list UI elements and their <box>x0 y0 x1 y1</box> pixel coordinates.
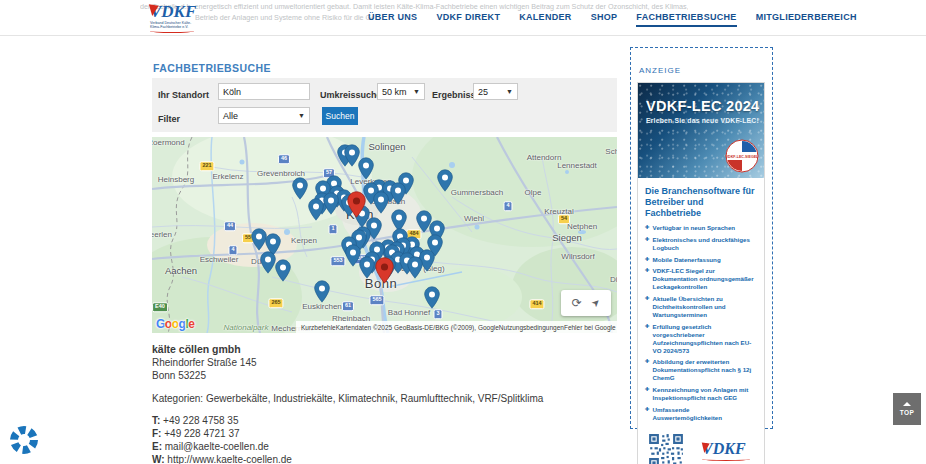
map-label: Eschweiler <box>200 255 239 264</box>
map-controls: ⟳ ➤ <box>561 290 611 316</box>
umkreis-label: Umkreissuche <box>320 90 382 100</box>
nav-kalender[interactable]: KALENDER <box>519 12 571 27</box>
ad-bullet: ✚Umfassende Auswertemöglichkeiten <box>645 406 757 422</box>
ad-vdkf-logo: VDKF <box>702 441 754 461</box>
plus-icon: ✚ <box>645 295 650 319</box>
map-base <box>152 137 617 333</box>
chevron-up-icon <box>903 402 911 406</box>
logo-red-triangle-icon <box>700 443 709 454</box>
search-button[interactable]: Suchen <box>322 107 358 125</box>
plus-icon: ✚ <box>645 323 650 355</box>
nav-mitgliederbereich[interactable]: MITGLIEDERBEREICH <box>756 12 857 27</box>
privacy-widget-icon[interactable] <box>8 424 40 456</box>
scroll-to-top-button[interactable]: TOP <box>893 393 921 425</box>
map-label: Siegen <box>552 232 582 243</box>
contact-row[interactable]: W: http://www.kaelte-coellen.de <box>152 453 622 464</box>
road-badge: 4 <box>503 201 512 211</box>
map-label: Dillenburg <box>610 275 617 284</box>
logo-red-swoosh <box>702 457 750 461</box>
vdkf-logo[interactable]: VDKF Verband Deutscher Kälte-Klima-Fachb… <box>150 3 198 33</box>
ad-box[interactable]: VDKF-LEC 2024 Erleben Sie das neue VDKF-… <box>637 82 765 464</box>
ad-sidebar: ANZEIGE VDKF-LEC 2024 Erleben Sie das ne… <box>630 47 773 429</box>
attribution-item[interactable]: Fehler bei Google Maps melden <box>564 324 617 331</box>
standort-input[interactable] <box>218 83 310 100</box>
map-marker-selected[interactable] <box>347 191 366 218</box>
road-badge: 4 <box>228 245 237 255</box>
ad-banner: VDKF-LEC 2024 Erleben Sie das neue VDKF-… <box>638 83 764 178</box>
map-label: Netphen <box>567 222 597 231</box>
google-logo[interactable]: Google <box>156 317 194 331</box>
nav-vdkf-direkt[interactable]: VDKF DIREKT <box>436 12 500 27</box>
vdkf-lec-seal-icon: VDKF-LEC-SIEGEL <box>725 139 759 173</box>
navigate-icon[interactable]: ➤ <box>590 296 603 309</box>
chevron-down-icon: ▼ <box>413 88 420 95</box>
map-label: Aachen <box>165 265 197 276</box>
site-header: der Technik, d.h. energetisch effizient … <box>0 0 926 36</box>
map-marker-selected[interactable] <box>375 257 394 284</box>
google-map[interactable]: RoermondHeinsbergErkelenzGrevenbroichSol… <box>152 137 617 333</box>
map-label: Heinsberg <box>158 175 194 184</box>
vdkf-logo-text: VDKF <box>150 3 198 20</box>
map-marker[interactable] <box>308 198 324 221</box>
ad-bullet: ✚VDKF-LEC Siegel zur Dokumentation ordnu… <box>645 267 757 291</box>
nav-über-uns[interactable]: ÜBER UNS <box>368 12 417 27</box>
map-marker[interactable] <box>437 169 453 192</box>
map-marker[interactable] <box>314 280 330 303</box>
search-form: Ihr Standort Umkreissuche 50 km▼ Ergebni… <box>152 78 617 132</box>
map-label: Gummersbach <box>451 188 503 197</box>
ad-features: Die Branchensoftware für Betreiber und F… <box>638 178 764 429</box>
map-marker[interactable] <box>407 256 423 279</box>
refresh-icon[interactable]: ⟳ <box>572 297 582 309</box>
company-categories: Kategorien: Gewerbekälte, Industriekälte… <box>152 392 622 405</box>
plus-icon: ✚ <box>645 236 650 252</box>
map-attribution: KurzbefehleKartendaten ©2025 GeoBasis-DE… <box>296 321 617 333</box>
map-marker[interactable] <box>260 251 276 274</box>
map-label: Erkelenz <box>212 172 243 181</box>
nav-fachbetriebsuche[interactable]: FACHBETRIEBSUCHE <box>636 12 736 27</box>
map-label: Attendorn <box>527 153 562 162</box>
plus-icon: ✚ <box>645 267 650 291</box>
map-label: Roermond <box>152 138 185 147</box>
radius-select[interactable]: 50 km▼ <box>377 83 425 100</box>
plus-icon: ✚ <box>645 224 650 232</box>
road-badge: 565 <box>369 295 384 305</box>
map-marker[interactable] <box>323 192 339 215</box>
map-label: Olpe <box>525 188 542 197</box>
map-marker[interactable] <box>359 256 375 279</box>
contact-list: T: +49 228 4758 35F: +49 228 4721 37E: m… <box>152 414 622 464</box>
map-label: Solingen <box>369 141 406 152</box>
map-label: Lennestadt <box>557 161 597 170</box>
map-marker[interactable] <box>275 259 291 282</box>
map-marker[interactable] <box>390 182 406 205</box>
ad-bullet: ✚Aktuelle Übersichten zu Dichtheitskontr… <box>645 295 757 319</box>
plus-icon: ✚ <box>645 406 650 422</box>
attribution-item[interactable]: Nutzungsbedingungen <box>499 324 564 331</box>
anzeige-label: ANZEIGE <box>639 66 681 75</box>
filter-label: Filter <box>158 114 180 124</box>
ad-bullet: ✚Elektronisches und druckfähiges Logbuch <box>645 236 757 252</box>
ad-bullet: ✚Verfügbar in neun Sprachen <box>645 224 757 232</box>
road-badge: 61 <box>342 301 354 311</box>
company-street: Rheindorfer Straße 145 <box>152 356 622 369</box>
ad-qr-row: VDKF <box>638 429 764 464</box>
results-count-select[interactable]: 25▼ <box>473 83 518 100</box>
map-marker[interactable] <box>358 157 374 180</box>
road-badge: 414 <box>529 299 544 309</box>
map-marker[interactable] <box>292 177 308 200</box>
map-label: Nationalpark <box>224 323 269 332</box>
map-marker[interactable] <box>424 286 440 309</box>
page-title: FACHBETRIEBSUCHE <box>153 62 271 74</box>
road-badge: 221 <box>199 161 214 171</box>
nav-shop[interactable]: SHOP <box>591 12 618 27</box>
company-name[interactable]: kälte cöllen gmbh <box>152 343 622 356</box>
logo-red-triangle-icon <box>147 4 158 16</box>
road-badge: 44 <box>224 221 236 231</box>
attribution-item[interactable]: Kurzbefehle <box>301 324 336 331</box>
result-entry: kälte cöllen gmbh Rheindorfer Straße 145… <box>152 343 622 464</box>
contact-row[interactable]: E: mail@kaelte-coellen.de <box>152 440 622 453</box>
map-marker[interactable] <box>373 191 389 214</box>
road-badge: 46 <box>278 154 290 164</box>
svg-text:VDKF-LEC-SIEGEL: VDKF-LEC-SIEGEL <box>726 155 759 159</box>
filter-select[interactable]: Alle▼ <box>218 107 310 124</box>
ad-bullet: ✚Mobile Datenerfassung <box>645 256 757 264</box>
